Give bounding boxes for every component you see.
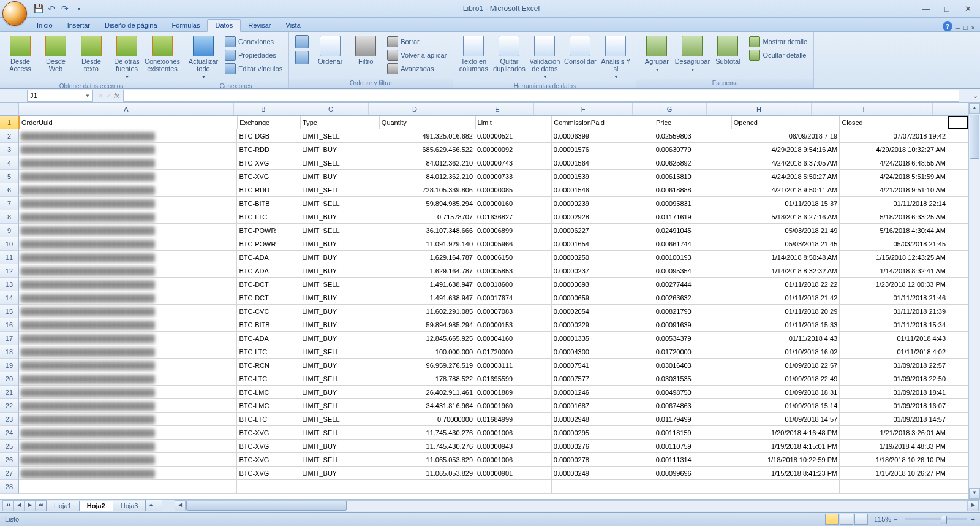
cell[interactable]: ████████████████████████████ <box>19 332 238 345</box>
cell[interactable]: BTC-LTC <box>237 413 300 426</box>
cell[interactable] <box>948 183 968 197</box>
sort-desc-button[interactable] <box>293 50 311 65</box>
cell[interactable]: LIMIT_BUY <box>300 143 379 156</box>
cell[interactable]: BTC-XVG <box>237 467 300 480</box>
cell[interactable]: 01/11/2018 21:46 <box>840 291 948 305</box>
cell[interactable]: 0.00017674 <box>475 291 552 305</box>
zoom-level[interactable]: 115% <box>874 516 891 523</box>
ribbon-minimize-button[interactable]: – <box>956 24 960 31</box>
column-header-F[interactable]: F <box>534 103 633 115</box>
cell[interactable]: ████████████████████████████ <box>19 251 238 264</box>
cell[interactable]: 0.00095354 <box>654 264 732 278</box>
cell[interactable]: 0.00002928 <box>552 210 654 224</box>
cell[interactable]: 4/24/2018 6:48:55 AM <box>840 156 948 170</box>
cell[interactable]: 01/09/2018 22:50 <box>840 372 948 386</box>
cell[interactable]: 01/11/2018 20:29 <box>731 305 840 318</box>
column-header-A[interactable]: A <box>19 103 234 115</box>
cell[interactable]: ████████████████████████████ <box>19 197 238 210</box>
cell[interactable]: 0.00000085 <box>475 183 552 197</box>
row-header[interactable]: 3 <box>0 143 19 156</box>
tab-insertar[interactable]: Insertar <box>60 20 97 31</box>
cell[interactable]: 01/11/2018 21:39 <box>840 305 948 318</box>
cell[interactable]: 01/11/2018 15:33 <box>731 318 840 332</box>
maximize-button[interactable]: □ <box>940 4 954 13</box>
row-header[interactable]: 9 <box>0 224 19 237</box>
cell[interactable]: 11.745.430.276 <box>379 440 475 453</box>
cell[interactable]: 0.00001539 <box>552 170 654 183</box>
cell[interactable]: ████████████████████████████ <box>19 399 238 413</box>
cell[interactable]: Exchange <box>238 116 301 129</box>
cell[interactable]: ████████████████████████████ <box>19 237 238 251</box>
cell[interactable]: 0.00630779 <box>654 143 732 156</box>
cell[interactable]: 1/20/2018 4:16:48 PM <box>731 426 840 440</box>
cell[interactable]: 0.00006399 <box>552 129 654 143</box>
sheet-tab-hoja3[interactable]: Hoja3 <box>113 501 146 511</box>
cell[interactable]: 01/09/2018 18:31 <box>731 386 840 399</box>
expand-formula-bar-icon[interactable]: ⌄ <box>970 92 980 100</box>
cell[interactable]: 0.70000000 <box>379 413 475 426</box>
cell[interactable]: 0.00001006 <box>475 426 552 440</box>
cell[interactable]: 0.00004160 <box>475 332 552 345</box>
column-header-B[interactable]: B <box>234 103 293 115</box>
cell[interactable]: BTC-RDD <box>237 143 300 156</box>
cell[interactable]: 0.01171619 <box>654 210 732 224</box>
existing-connections-button[interactable]: Conexiones existentes <box>146 34 179 74</box>
cell[interactable]: BTC-LMC <box>237 386 300 399</box>
fx-icon[interactable]: fx <box>114 92 119 99</box>
cell[interactable]: ████████████████████████████ <box>19 372 238 386</box>
cell[interactable]: 1.491.638.947 <box>379 291 475 305</box>
row-header[interactable]: 15 <box>0 305 19 318</box>
cell[interactable]: 0.00000229 <box>552 318 654 332</box>
cell[interactable]: Limit <box>476 116 552 129</box>
group-button[interactable]: Agrupar▼ <box>640 34 673 75</box>
cell[interactable]: 1/15/2018 10:26:27 PM <box>840 467 948 480</box>
help-icon[interactable]: ? <box>943 21 952 31</box>
cell[interactable]: 59.894.985.294 <box>379 318 475 332</box>
cell[interactable]: 0.71578707 <box>379 210 475 224</box>
cell[interactable] <box>948 143 968 156</box>
row-header[interactable]: 8 <box>0 210 19 224</box>
edit-links-button[interactable]: Editar vínculos <box>222 63 285 75</box>
show-detail-button[interactable]: Mostrar detalle <box>747 36 810 48</box>
cell[interactable]: 11.065.053.829 <box>379 453 475 467</box>
tab-nav-next-icon[interactable]: ▶ <box>24 500 36 511</box>
vertical-scrollbar[interactable]: ▲ ▼ <box>968 103 980 499</box>
cell[interactable]: LIMIT_SELL <box>300 224 379 237</box>
cell[interactable]: LIMIT_SELL <box>300 372 379 386</box>
cell[interactable]: 0.00118159 <box>654 426 732 440</box>
cell[interactable]: 0.00005966 <box>475 237 552 251</box>
cell[interactable] <box>948 345 968 359</box>
cell[interactable]: LIMIT_BUY <box>300 170 379 183</box>
cell[interactable]: 34.431.816.964 <box>379 399 475 413</box>
scroll-left-icon[interactable]: ◀ <box>175 500 186 511</box>
cell[interactable]: LIMIT_SELL <box>300 399 379 413</box>
cell[interactable]: 0.00000659 <box>552 291 654 305</box>
cell[interactable]: ████████████████████████████ <box>19 156 238 170</box>
tab-formulas[interactable]: Fórmulas <box>165 20 208 31</box>
cell[interactable]: 1/23/2018 12:00:33 PM <box>840 278 948 291</box>
hscroll-thumb[interactable] <box>186 501 347 511</box>
vscroll-thumb[interactable] <box>970 115 979 159</box>
formula-bar[interactable] <box>123 90 959 102</box>
cell[interactable] <box>948 210 968 224</box>
cell[interactable]: 0.00004300 <box>552 345 654 359</box>
cell[interactable]: 5/16/2018 4:30:44 AM <box>840 224 948 237</box>
save-icon[interactable]: 💾 <box>33 4 43 13</box>
undo-icon[interactable]: ↶ <box>47 4 56 13</box>
cell[interactable]: ████████████████████████████ <box>19 210 238 224</box>
remove-duplicates-button[interactable]: Quitar duplicados <box>492 34 526 74</box>
cell[interactable]: 0.00001654 <box>552 237 654 251</box>
cell[interactable]: BTC-LTC <box>237 210 300 224</box>
cell[interactable]: LIMIT_BUY <box>300 251 379 264</box>
cell[interactable]: ████████████████████████████ <box>19 183 238 197</box>
tab-diseno[interactable]: Diseño de página <box>97 20 165 31</box>
cell[interactable]: 0.00003111 <box>475 359 552 372</box>
cell[interactable]: 01/11/2018 22:14 <box>840 197 948 210</box>
cell[interactable]: LIMIT_BUY <box>300 318 379 332</box>
cell[interactable]: LIMIT_SELL <box>300 183 379 197</box>
column-header-G[interactable]: G <box>633 103 707 115</box>
cell[interactable]: BTC-ADA <box>237 264 300 278</box>
cell[interactable]: 0.01179499 <box>654 413 732 426</box>
cell[interactable]: 01/10/2018 16:02 <box>731 345 840 359</box>
cell[interactable]: ████████████████████████████ <box>19 143 238 156</box>
